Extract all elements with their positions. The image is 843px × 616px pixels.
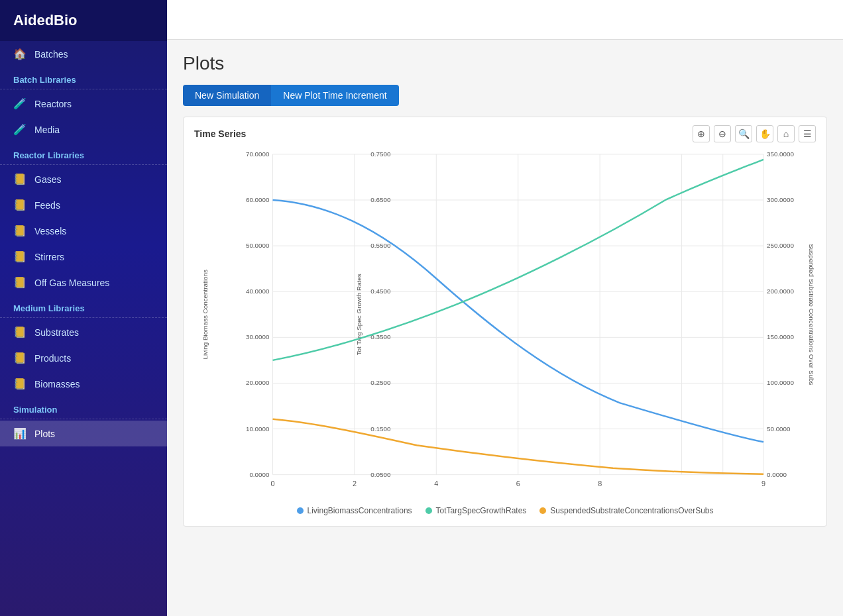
sidebar-item-gases[interactable]: 📒 Gases (0, 166, 167, 192)
svg-text:9: 9 (761, 480, 765, 488)
zoom-in-button[interactable]: ⊕ (693, 125, 710, 142)
sidebar-item-label: Substrates (34, 327, 79, 338)
svg-text:300.0000: 300.0000 (767, 196, 795, 203)
svg-text:0.1500: 0.1500 (370, 425, 391, 433)
sidebar-item-vessels[interactable]: 📒 Vessels (0, 218, 167, 244)
svg-text:0.2500: 0.2500 (370, 379, 391, 386)
legend-dot-living-biomass (297, 507, 304, 514)
zoom-button[interactable]: 🔍 (735, 125, 752, 142)
new-simulation-button[interactable]: New Simulation (183, 85, 271, 106)
svg-text:0: 0 (270, 480, 274, 488)
svg-text:20.0000: 20.0000 (246, 379, 270, 386)
chart-svg-wrapper: 0.0000 10.0000 20.0000 30.0000 40.0000 5… (194, 148, 816, 501)
chart-icon: 📊 (13, 427, 27, 440)
sidebar-item-reactors[interactable]: 🧪 Reactors (0, 91, 167, 117)
topbar (167, 0, 843, 40)
app-logo: AidedBio (0, 0, 167, 41)
book-icon: 📒 (13, 173, 27, 185)
svg-text:250.0000: 250.0000 (767, 242, 795, 249)
svg-text:70.0000: 70.0000 (246, 150, 270, 158)
legend-dot-tot-targ (425, 507, 432, 514)
sidebar-item-off-gas-measures[interactable]: 📒 Off Gas Measures (0, 270, 167, 295)
sidebar-item-label: Feeds (34, 200, 60, 211)
svg-text:30.0000: 30.0000 (246, 333, 270, 340)
sidebar-item-label: Products (34, 353, 71, 364)
svg-text:0.6500: 0.6500 (370, 196, 391, 203)
chart-legend: LivingBiomassConcentrations TotTargSpecG… (194, 506, 816, 515)
time-series-chart: 0.0000 10.0000 20.0000 30.0000 40.0000 5… (194, 148, 816, 501)
chart-header: Time Series ⊕ ⊖ 🔍 ✋ ⌂ ☰ (194, 125, 816, 142)
zoom-out-button[interactable]: ⊖ (714, 125, 731, 142)
legend-label-suspended: SuspendedSubstrateConcentrationsOverSubs (550, 506, 713, 515)
y-middle-ticks: 0.0500 0.1500 0.2500 0.3500 0.4500 0.550… (370, 150, 391, 478)
book-icon-5: 📒 (13, 276, 27, 289)
legend-label-tot-targ: TotTargSpecGrowthRates (436, 506, 527, 515)
content-area: Plots New Simulation New Plot Time Incre… (167, 40, 843, 616)
chart-container: Time Series ⊕ ⊖ 🔍 ✋ ⌂ ☰ (183, 117, 827, 527)
section-medium-libraries: Medium Libraries (0, 295, 167, 318)
legend-dot-suspended (539, 507, 546, 514)
home-icon: 🏠 (13, 48, 27, 60)
sidebar-item-label: Vessels (34, 226, 66, 236)
sidebar-item-batches[interactable]: 🏠 Batches (0, 41, 167, 67)
book-icon-4: 📒 (13, 250, 27, 263)
y-left-label: Living Biomass Concentrations (201, 270, 209, 359)
section-simulation: Simulation (0, 397, 167, 419)
sidebar-item-feeds[interactable]: 📒 Feeds (0, 192, 167, 218)
book-icon-7: 📒 (13, 352, 27, 364)
legend-suspended: SuspendedSubstrateConcentrationsOverSubs (539, 506, 713, 515)
main-content: Plots New Simulation New Plot Time Incre… (167, 0, 843, 616)
section-batch-libraries: Batch Libraries (0, 67, 167, 89)
book-icon-2: 📒 (13, 199, 27, 211)
svg-text:100.0000: 100.0000 (767, 379, 795, 386)
flask-icon-2: 🧪 (13, 123, 27, 136)
sidebar-item-products[interactable]: 📒 Products (0, 345, 167, 371)
svg-text:200.0000: 200.0000 (767, 287, 795, 295)
book-icon-6: 📒 (13, 326, 27, 338)
y-right-label: Suspended Substrate Concentrations Over … (808, 244, 815, 385)
book-icon-3: 📒 (13, 225, 27, 237)
svg-text:350.0000: 350.0000 (767, 150, 795, 158)
legend-label-living-biomass: LivingBiomassConcentrations (308, 506, 412, 515)
sidebar-item-media[interactable]: 🧪 Media (0, 117, 167, 142)
svg-text:10.0000: 10.0000 (246, 425, 270, 433)
sidebar: AidedBio 🏠 Batches Batch Libraries 🧪 Rea… (0, 0, 167, 616)
svg-text:6: 6 (516, 480, 520, 488)
sidebar-item-stirrers[interactable]: 📒 Stirrers (0, 244, 167, 270)
svg-text:0.0000: 0.0000 (767, 471, 787, 478)
chart-tools: ⊕ ⊖ 🔍 ✋ ⌂ ☰ (693, 125, 816, 142)
sidebar-item-label: Reactors (34, 99, 72, 109)
sidebar-item-label: Gases (34, 174, 61, 185)
home-button[interactable]: ⌂ (777, 125, 795, 142)
sidebar-item-label: Off Gas Measures (34, 278, 109, 288)
y-middle-label: Tot Targ Spec Growth Rates (355, 274, 363, 355)
section-reactor-libraries: Reactor Libraries (0, 142, 167, 165)
legend-living-biomass: LivingBiomassConcentrations (297, 506, 412, 515)
svg-text:50.0000: 50.0000 (767, 425, 791, 433)
svg-text:0.0000: 0.0000 (249, 471, 270, 478)
book-icon-8: 📒 (13, 378, 27, 390)
svg-text:150.0000: 150.0000 (767, 333, 795, 340)
chart-title: Time Series (194, 128, 246, 139)
svg-text:0.5500: 0.5500 (370, 242, 391, 249)
svg-text:4: 4 (434, 480, 438, 488)
svg-text:0.4500: 0.4500 (370, 287, 391, 295)
sidebar-item-plots[interactable]: 📊 Plots (0, 421, 167, 446)
x-ticks: 0 2 4 6 8 9 (270, 480, 765, 488)
svg-text:8: 8 (598, 480, 602, 488)
sidebar-item-substrates[interactable]: 📒 Substrates (0, 319, 167, 345)
svg-text:40.0000: 40.0000 (246, 287, 270, 295)
sidebar-item-label: Stirrers (34, 252, 64, 262)
page-title: Plots (183, 53, 827, 74)
sidebar-item-biomasses[interactable]: 📒 Biomasses (0, 371, 167, 397)
svg-text:0.0500: 0.0500 (370, 471, 391, 478)
pan-button[interactable]: ✋ (756, 125, 773, 142)
toolbar: New Simulation New Plot Time Increment (183, 85, 827, 106)
y-left-ticks: 0.0000 10.0000 20.0000 30.0000 40.0000 5… (246, 150, 270, 478)
sidebar-item-label: Plots (34, 429, 55, 439)
svg-text:50.0000: 50.0000 (246, 242, 270, 249)
grid-lines (272, 154, 763, 475)
menu-button[interactable]: ☰ (799, 125, 816, 142)
y-right-ticks: 0.0000 50.0000 100.0000 150.0000 200.000… (767, 150, 795, 478)
new-plot-time-button[interactable]: New Plot Time Increment (271, 85, 398, 106)
